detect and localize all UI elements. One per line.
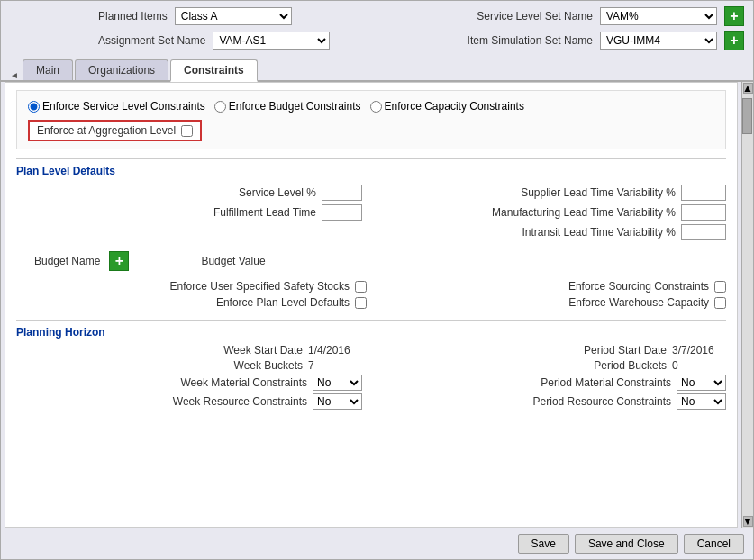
period-material-row: Period Material Constraints No Yes xyxy=(380,375,726,391)
week-resource-row: Week Resource Constraints No Yes xyxy=(16,393,362,410)
planning-horizon-title: Planning Horizon xyxy=(16,320,726,339)
service-level-row: Service Level % 95 xyxy=(16,185,362,201)
period-start-value: 3/7/2016 xyxy=(672,344,726,357)
service-level-set-label: Service Level Set Name xyxy=(477,10,593,23)
service-level-input[interactable]: 95 xyxy=(322,185,362,201)
mfg-lt-label: Manufacturing Lead Time Variability % xyxy=(492,206,676,219)
save-and-close-button[interactable]: Save and Close xyxy=(575,534,678,554)
week-resource-label: Week Resource Constraints xyxy=(173,395,307,408)
budget-name-label: Budget Name xyxy=(34,255,100,267)
planned-items-select[interactable]: Class A xyxy=(175,7,292,25)
sourcing-constraints-label: Enforce Sourcing Constraints xyxy=(568,280,709,293)
horizon-grid: Week Start Date 1/4/2016 Week Buckets 7 … xyxy=(16,344,726,412)
plan-defaults-row: Enforce Plan Level Defaults xyxy=(16,296,367,309)
sourcing-constraints-checkbox[interactable] xyxy=(714,281,726,293)
item-simulation-add-button[interactable]: + xyxy=(724,31,744,50)
safety-stocks-row: Enforce User Specified Safety Stocks xyxy=(16,280,367,293)
week-start-value: 1/4/2016 xyxy=(308,344,362,357)
constraint-radios: Enforce Service Level Constraints Enforc… xyxy=(28,100,714,113)
week-buckets-row: Week Buckets 7 xyxy=(16,359,362,372)
assignment-set-label: Assignment Set Name xyxy=(98,34,205,47)
service-level-label: Service Level % xyxy=(239,186,316,199)
week-material-label: Week Material Constraints xyxy=(181,376,308,389)
enforce-aggregation-label: Enforce at Aggregation Level xyxy=(37,124,176,137)
assignment-set-select[interactable]: VAM-AS1 xyxy=(213,32,330,50)
enforce-service-level-radio[interactable]: Enforce Service Level Constraints xyxy=(28,100,205,113)
left-nav-arrow[interactable]: ◄ xyxy=(10,70,19,80)
week-start-label: Week Start Date xyxy=(223,344,303,357)
fulfillment-lead-label: Fulfillment Lead Time xyxy=(213,206,316,219)
budget-row: Budget Name + Budget Value xyxy=(16,251,726,271)
scroll-thumb[interactable] xyxy=(742,98,752,134)
period-material-label: Period Material Constraints xyxy=(541,376,671,389)
header-area: Planned Items Class A Service Level Set … xyxy=(1,1,753,59)
mfg-lt-row: Manufacturing Lead Time Variability % xyxy=(380,204,726,221)
week-buckets-label: Week Buckets xyxy=(234,359,303,372)
cancel-button[interactable]: Cancel xyxy=(684,534,744,554)
week-resource-select[interactable]: No Yes xyxy=(313,393,362,410)
fulfillment-lead-input[interactable]: 0 xyxy=(322,204,362,221)
supplier-lt-row: Supplier Lead Time Variability % xyxy=(380,185,726,201)
main-window: Planned Items Class A Service Level Set … xyxy=(0,0,754,560)
period-resource-select[interactable]: No Yes xyxy=(677,393,726,410)
sourcing-constraints-row: Enforce Sourcing Constraints xyxy=(376,280,726,293)
scroll-down-arrow[interactable]: ▼ xyxy=(743,516,753,527)
plan-level-title: Plan Level Defaults xyxy=(16,158,726,177)
warehouse-capacity-checkbox[interactable] xyxy=(714,297,726,309)
supplier-lt-label: Supplier Lead Time Variability % xyxy=(521,186,676,199)
main-content: Enforce Service Level Constraints Enforc… xyxy=(5,82,738,528)
safety-stocks-label: Enforce User Specified Safety Stocks xyxy=(170,280,350,293)
plan-level-grid: Service Level % 95 Fulfillment Lead Time… xyxy=(16,185,726,244)
period-start-label: Period Start Date xyxy=(584,344,667,357)
plan-defaults-label: Enforce Plan Level Defaults xyxy=(216,296,350,309)
enforce-capacity-radio[interactable]: Enforce Capacity Constraints xyxy=(370,100,524,113)
mfg-lt-input[interactable] xyxy=(681,204,726,221)
intransit-lt-row: Intransit Lead Time Variability % xyxy=(380,224,726,240)
period-material-select[interactable]: No Yes xyxy=(677,375,726,391)
intransit-lt-input[interactable] xyxy=(681,224,726,240)
intransit-lt-label: Intransit Lead Time Variability % xyxy=(522,226,676,239)
budget-value-label: Budget Value xyxy=(201,255,265,267)
period-resource-label: Period Resource Constraints xyxy=(533,395,671,408)
week-start-row: Week Start Date 1/4/2016 xyxy=(16,344,362,357)
content-wrapper: Enforce Service Level Constraints Enforc… xyxy=(1,82,741,528)
tabs-area: ◄ Main Organizations Constraints xyxy=(1,59,753,82)
checkboxes-section: Enforce User Specified Safety Stocks Enf… xyxy=(16,276,726,312)
week-material-row: Week Material Constraints No Yes xyxy=(16,375,362,391)
scrollbar[interactable]: ▲ ▼ xyxy=(741,82,753,528)
period-buckets-row: Period Buckets 0 xyxy=(380,359,726,372)
supplier-lt-input[interactable] xyxy=(681,185,726,201)
fulfillment-lead-row: Fulfillment Lead Time 0 xyxy=(16,204,362,221)
footer: Save Save and Close Cancel xyxy=(1,528,753,559)
warehouse-capacity-label: Enforce Warehouse Capacity xyxy=(568,296,709,309)
content-area: Enforce Service Level Constraints Enforc… xyxy=(1,82,753,528)
plan-defaults-checkbox[interactable] xyxy=(355,297,367,309)
service-level-set-add-button[interactable]: + xyxy=(724,6,744,26)
safety-stocks-checkbox[interactable] xyxy=(355,281,367,293)
period-buckets-label: Period Buckets xyxy=(594,359,667,372)
enforce-aggregation-box: Enforce at Aggregation Level xyxy=(28,120,202,141)
period-start-row: Period Start Date 3/7/2016 xyxy=(380,344,726,357)
week-material-select[interactable]: No Yes xyxy=(313,375,362,391)
enforce-aggregation-checkbox[interactable] xyxy=(181,125,193,137)
tab-constraints[interactable]: Constraints xyxy=(170,59,258,82)
item-simulation-select[interactable]: VGU-IMM4 xyxy=(600,32,717,50)
service-level-set-select[interactable]: VAM% xyxy=(600,7,717,25)
tab-organizations[interactable]: Organizations xyxy=(75,59,168,80)
planned-items-label: Planned Items xyxy=(98,10,168,23)
period-buckets-value: 0 xyxy=(672,359,726,372)
warehouse-capacity-row: Enforce Warehouse Capacity xyxy=(376,296,726,309)
tab-main[interactable]: Main xyxy=(23,59,73,80)
week-buckets-value: 7 xyxy=(308,359,362,372)
enforce-budget-radio[interactable]: Enforce Budget Constraints xyxy=(214,100,361,113)
item-simulation-label: Item Simulation Set Name xyxy=(468,34,593,47)
budget-name-add-button[interactable]: + xyxy=(109,251,129,271)
constraint-type-section: Enforce Service Level Constraints Enforc… xyxy=(16,90,726,149)
period-resource-row: Period Resource Constraints No Yes xyxy=(380,393,726,410)
save-button[interactable]: Save xyxy=(518,534,569,554)
scroll-up-arrow[interactable]: ▲ xyxy=(743,83,753,94)
